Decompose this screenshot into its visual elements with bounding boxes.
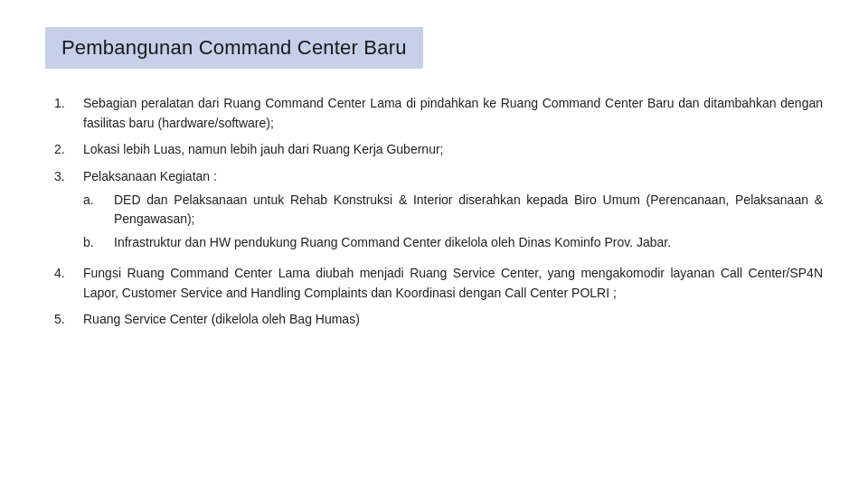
content-area: Sebagian peralatan dari Ruang Command Ce…: [45, 94, 823, 461]
main-list: Sebagian peralatan dari Ruang Command Ce…: [54, 94, 823, 330]
sub-list-item-text: DED dan Pelaksanaan untuk Rehab Konstruk…: [114, 191, 823, 230]
list-item: Pelaksanaan Kegiatan : DED dan Pelaksana…: [54, 167, 823, 257]
list-item-content: Pelaksanaan Kegiatan : DED dan Pelaksana…: [83, 167, 823, 257]
list-item: Fungsi Ruang Command Center Lama diubah …: [54, 264, 823, 303]
list-item-text: Pelaksanaan Kegiatan :: [83, 169, 217, 183]
list-item-text: Sebagian peralatan dari Ruang Command Ce…: [83, 94, 823, 133]
list-item-text: Ruang Service Center (dikelola oleh Bag …: [83, 310, 823, 330]
list-item-text: Fungsi Ruang Command Center Lama diubah …: [83, 264, 823, 303]
sub-list: DED dan Pelaksanaan untuk Rehab Konstruk…: [83, 191, 823, 253]
page-container: Pembangunan Command Center Baru Sebagian…: [0, 0, 868, 488]
sub-list-item: DED dan Pelaksanaan untuk Rehab Konstruk…: [83, 191, 823, 230]
sub-list-item-text: Infrastruktur dan HW pendukung Ruang Com…: [114, 233, 823, 253]
list-item: Lokasi lebih Luas, namun lebih jauh dari…: [54, 140, 823, 160]
sub-list-item: Infrastruktur dan HW pendukung Ruang Com…: [83, 233, 823, 253]
title-box: Pembangunan Command Center Baru: [45, 27, 423, 69]
list-item-text: Lokasi lebih Luas, namun lebih jauh dari…: [83, 140, 823, 160]
page-title: Pembangunan Command Center Baru: [61, 36, 407, 59]
list-item: Ruang Service Center (dikelola oleh Bag …: [54, 310, 823, 330]
list-item: Sebagian peralatan dari Ruang Command Ce…: [54, 94, 823, 133]
